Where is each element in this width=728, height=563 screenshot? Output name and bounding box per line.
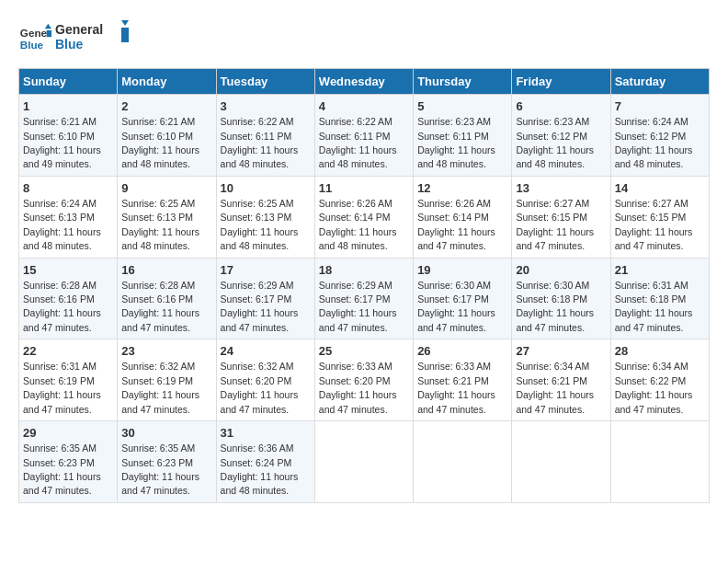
day-info: Sunrise: 6:29 AM Sunset: 6:17 PM Dayligh… bbox=[319, 280, 397, 333]
day-info: Sunrise: 6:25 AM Sunset: 6:13 PM Dayligh… bbox=[121, 198, 199, 251]
day-number: 13 bbox=[516, 180, 606, 197]
day-cell: 25Sunrise: 6:33 AM Sunset: 6:20 PM Dayli… bbox=[314, 339, 413, 421]
day-info: Sunrise: 6:35 AM Sunset: 6:23 PM Dayligh… bbox=[121, 442, 199, 496]
col-header-sunday: Sunday bbox=[19, 69, 118, 95]
day-cell: 30Sunrise: 6:35 AM Sunset: 6:23 PM Dayli… bbox=[118, 421, 216, 503]
day-info: Sunrise: 6:21 AM Sunset: 6:10 PM Dayligh… bbox=[121, 116, 199, 169]
day-info: Sunrise: 6:29 AM Sunset: 6:17 PM Dayligh… bbox=[221, 280, 299, 333]
svg-text:Blue: Blue bbox=[55, 37, 84, 52]
day-cell: 31Sunrise: 6:36 AM Sunset: 6:24 PM Dayli… bbox=[216, 421, 314, 503]
day-number: 9 bbox=[121, 180, 211, 197]
day-number: 1 bbox=[23, 98, 113, 115]
day-cell: 27Sunrise: 6:34 AM Sunset: 6:21 PM Dayli… bbox=[512, 339, 610, 421]
logo-icon: General Blue bbox=[18, 22, 51, 55]
day-cell: 20Sunrise: 6:30 AM Sunset: 6:18 PM Dayli… bbox=[512, 258, 610, 339]
day-cell: 17Sunrise: 6:29 AM Sunset: 6:17 PM Dayli… bbox=[216, 258, 314, 339]
col-header-wednesday: Wednesday bbox=[314, 69, 413, 95]
day-cell: 24Sunrise: 6:32 AM Sunset: 6:20 PM Dayli… bbox=[216, 339, 314, 421]
col-header-thursday: Thursday bbox=[414, 69, 512, 95]
day-info: Sunrise: 6:26 AM Sunset: 6:14 PM Dayligh… bbox=[319, 198, 397, 251]
day-cell: 7Sunrise: 6:24 AM Sunset: 6:12 PM Daylig… bbox=[610, 95, 709, 177]
day-info: Sunrise: 6:33 AM Sunset: 6:20 PM Dayligh… bbox=[319, 361, 397, 414]
header-row: SundayMondayTuesdayWednesdayThursdayFrid… bbox=[19, 69, 710, 95]
day-number: 15 bbox=[23, 262, 113, 279]
day-cell: 4Sunrise: 6:22 AM Sunset: 6:11 PM Daylig… bbox=[314, 95, 413, 177]
day-cell: 8Sunrise: 6:24 AM Sunset: 6:13 PM Daylig… bbox=[19, 176, 118, 258]
day-number: 3 bbox=[221, 98, 311, 115]
day-info: Sunrise: 6:28 AM Sunset: 6:16 PM Dayligh… bbox=[23, 280, 101, 333]
day-cell: 18Sunrise: 6:29 AM Sunset: 6:17 PM Dayli… bbox=[314, 258, 413, 339]
day-cell: 22Sunrise: 6:31 AM Sunset: 6:19 PM Dayli… bbox=[19, 339, 118, 421]
day-info: Sunrise: 6:25 AM Sunset: 6:13 PM Dayligh… bbox=[221, 198, 299, 251]
col-header-saturday: Saturday bbox=[610, 69, 709, 95]
day-info: Sunrise: 6:31 AM Sunset: 6:19 PM Dayligh… bbox=[23, 361, 101, 414]
col-header-monday: Monday bbox=[118, 69, 216, 95]
day-number: 26 bbox=[417, 343, 507, 360]
day-info: Sunrise: 6:30 AM Sunset: 6:17 PM Dayligh… bbox=[417, 280, 495, 333]
day-number: 22 bbox=[23, 343, 113, 360]
day-number: 8 bbox=[23, 180, 113, 197]
day-number: 23 bbox=[121, 343, 211, 360]
day-cell bbox=[314, 421, 413, 503]
day-cell: 21Sunrise: 6:31 AM Sunset: 6:18 PM Dayli… bbox=[610, 258, 709, 339]
day-number: 31 bbox=[221, 425, 311, 442]
day-cell: 9Sunrise: 6:25 AM Sunset: 6:13 PM Daylig… bbox=[118, 176, 216, 258]
day-cell bbox=[512, 421, 610, 503]
day-info: Sunrise: 6:21 AM Sunset: 6:10 PM Dayligh… bbox=[23, 116, 101, 169]
day-number: 2 bbox=[121, 98, 211, 115]
day-info: Sunrise: 6:23 AM Sunset: 6:11 PM Dayligh… bbox=[417, 116, 495, 169]
day-cell: 29Sunrise: 6:35 AM Sunset: 6:23 PM Dayli… bbox=[19, 421, 118, 503]
day-number: 27 bbox=[516, 343, 606, 360]
day-number: 28 bbox=[615, 343, 705, 360]
day-number: 10 bbox=[221, 180, 311, 197]
day-number: 6 bbox=[516, 98, 606, 115]
day-cell: 6Sunrise: 6:23 AM Sunset: 6:12 PM Daylig… bbox=[512, 95, 610, 177]
week-row-5: 29Sunrise: 6:35 AM Sunset: 6:23 PM Dayli… bbox=[19, 421, 710, 503]
day-number: 4 bbox=[319, 98, 409, 115]
svg-marker-6 bbox=[121, 20, 129, 26]
day-info: Sunrise: 6:23 AM Sunset: 6:12 PM Dayligh… bbox=[516, 116, 594, 169]
svg-text:General: General bbox=[55, 22, 103, 37]
col-header-tuesday: Tuesday bbox=[216, 69, 314, 95]
week-row-4: 22Sunrise: 6:31 AM Sunset: 6:19 PM Dayli… bbox=[19, 339, 710, 421]
day-info: Sunrise: 6:34 AM Sunset: 6:22 PM Dayligh… bbox=[615, 361, 693, 414]
day-cell: 10Sunrise: 6:25 AM Sunset: 6:13 PM Dayli… bbox=[216, 176, 314, 258]
day-info: Sunrise: 6:22 AM Sunset: 6:11 PM Dayligh… bbox=[319, 116, 397, 169]
day-cell: 12Sunrise: 6:26 AM Sunset: 6:14 PM Dayli… bbox=[414, 176, 512, 258]
day-number: 12 bbox=[417, 180, 507, 197]
day-info: Sunrise: 6:28 AM Sunset: 6:16 PM Dayligh… bbox=[121, 280, 199, 333]
day-info: Sunrise: 6:26 AM Sunset: 6:14 PM Dayligh… bbox=[417, 198, 495, 251]
col-header-friday: Friday bbox=[512, 69, 610, 95]
day-number: 25 bbox=[319, 343, 409, 360]
day-info: Sunrise: 6:30 AM Sunset: 6:18 PM Dayligh… bbox=[516, 280, 594, 333]
week-row-2: 8Sunrise: 6:24 AM Sunset: 6:13 PM Daylig… bbox=[19, 176, 710, 258]
day-number: 14 bbox=[615, 180, 705, 197]
day-number: 11 bbox=[319, 180, 409, 197]
svg-text:Blue: Blue bbox=[20, 39, 44, 51]
day-info: Sunrise: 6:32 AM Sunset: 6:19 PM Dayligh… bbox=[121, 361, 199, 414]
day-number: 30 bbox=[121, 425, 211, 442]
day-info: Sunrise: 6:34 AM Sunset: 6:21 PM Dayligh… bbox=[516, 361, 594, 414]
day-number: 20 bbox=[516, 262, 606, 279]
page-header: General Blue General Blue bbox=[18, 18, 710, 59]
day-info: Sunrise: 6:32 AM Sunset: 6:20 PM Dayligh… bbox=[221, 361, 299, 414]
day-cell bbox=[414, 421, 512, 503]
day-info: Sunrise: 6:27 AM Sunset: 6:15 PM Dayligh… bbox=[615, 198, 693, 251]
day-info: Sunrise: 6:22 AM Sunset: 6:11 PM Dayligh… bbox=[221, 116, 299, 169]
day-number: 5 bbox=[417, 98, 507, 115]
day-cell: 16Sunrise: 6:28 AM Sunset: 6:16 PM Dayli… bbox=[118, 258, 216, 339]
day-cell: 14Sunrise: 6:27 AM Sunset: 6:15 PM Dayli… bbox=[610, 176, 709, 258]
calendar-table: SundayMondayTuesdayWednesdayThursdayFrid… bbox=[18, 68, 710, 503]
day-number: 19 bbox=[417, 262, 507, 279]
day-info: Sunrise: 6:27 AM Sunset: 6:15 PM Dayligh… bbox=[516, 198, 594, 251]
day-number: 7 bbox=[615, 98, 705, 115]
day-number: 17 bbox=[221, 262, 311, 279]
logo: General Blue General Blue bbox=[18, 18, 129, 59]
day-info: Sunrise: 6:31 AM Sunset: 6:18 PM Dayligh… bbox=[615, 280, 693, 333]
day-cell: 23Sunrise: 6:32 AM Sunset: 6:19 PM Dayli… bbox=[118, 339, 216, 421]
day-number: 21 bbox=[615, 262, 705, 279]
day-cell: 5Sunrise: 6:23 AM Sunset: 6:11 PM Daylig… bbox=[414, 95, 512, 177]
day-cell: 15Sunrise: 6:28 AM Sunset: 6:16 PM Dayli… bbox=[19, 258, 118, 339]
day-cell: 13Sunrise: 6:27 AM Sunset: 6:15 PM Dayli… bbox=[512, 176, 610, 258]
day-number: 29 bbox=[23, 425, 113, 442]
